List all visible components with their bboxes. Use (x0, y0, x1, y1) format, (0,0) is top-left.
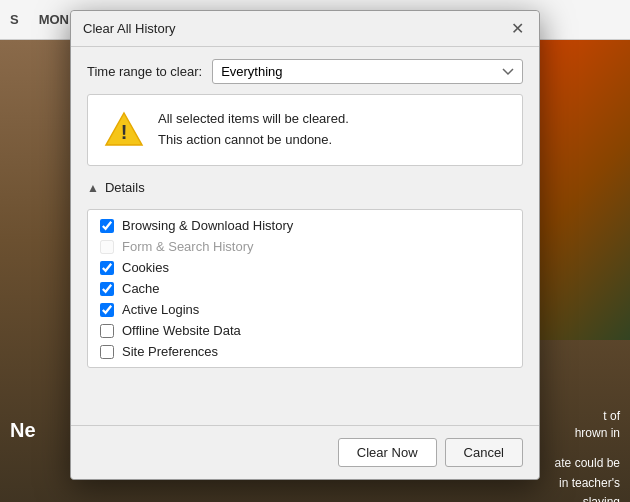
checkbox-label-prefs: Site Preferences (122, 344, 218, 359)
checkboxes-panel: Browsing & Download History Form & Searc… (87, 209, 523, 368)
checkbox-offline[interactable] (100, 324, 114, 338)
checkbox-prefs[interactable] (100, 345, 114, 359)
time-range-label: Time range to clear: (87, 64, 202, 79)
chevron-up-icon: ▲ (87, 181, 99, 195)
checkbox-label-logins: Active Logins (122, 302, 199, 317)
warning-box: ! All selected items will be cleared. Th… (87, 94, 523, 166)
dialog-titlebar: Clear All History ✕ (71, 11, 539, 47)
clear-now-button[interactable]: Clear Now (338, 438, 437, 467)
checkbox-row-prefs: Site Preferences (100, 344, 510, 359)
dialog-backdrop: Clear All History ✕ Time range to clear:… (0, 0, 630, 502)
checkbox-row-cookies: Cookies (100, 260, 510, 275)
cancel-button[interactable]: Cancel (445, 438, 523, 467)
checkbox-label-cache: Cache (122, 281, 160, 296)
time-range-row: Time range to clear: Everything Today La… (87, 59, 523, 84)
checkbox-label-offline: Offline Website Data (122, 323, 241, 338)
dialog-close-button[interactable]: ✕ (507, 19, 527, 39)
checkbox-row-cache: Cache (100, 281, 510, 296)
checkbox-label-history: Browsing & Download History (122, 218, 293, 233)
warning-line-2: This action cannot be undone. (158, 130, 349, 151)
checkbox-logins[interactable] (100, 303, 114, 317)
warning-line-1: All selected items will be cleared. (158, 109, 349, 130)
checkbox-cookies[interactable] (100, 261, 114, 275)
warning-triangle-icon: ! (104, 111, 144, 151)
dialog-title: Clear All History (83, 21, 175, 36)
checkbox-form[interactable] (100, 240, 114, 254)
checkbox-label-cookies: Cookies (122, 260, 169, 275)
checkbox-row-form: Form & Search History (100, 239, 510, 254)
warning-text: All selected items will be cleared. This… (158, 109, 349, 151)
dialog-body: Time range to clear: Everything Today La… (71, 47, 539, 425)
details-toggle[interactable]: ▲ Details (87, 176, 523, 199)
checkbox-row-offline: Offline Website Data (100, 323, 510, 338)
checkbox-history[interactable] (100, 219, 114, 233)
checkbox-cache[interactable] (100, 282, 114, 296)
time-range-select[interactable]: Everything Today Last Four Hours Last Tw… (212, 59, 523, 84)
checkbox-row-history: Browsing & Download History (100, 218, 510, 233)
details-label: Details (105, 180, 145, 195)
checkbox-row-logins: Active Logins (100, 302, 510, 317)
svg-text:!: ! (121, 121, 128, 143)
dialog-footer: Clear Now Cancel (71, 425, 539, 479)
checkbox-label-form: Form & Search History (122, 239, 253, 254)
clear-history-dialog: Clear All History ✕ Time range to clear:… (70, 10, 540, 480)
